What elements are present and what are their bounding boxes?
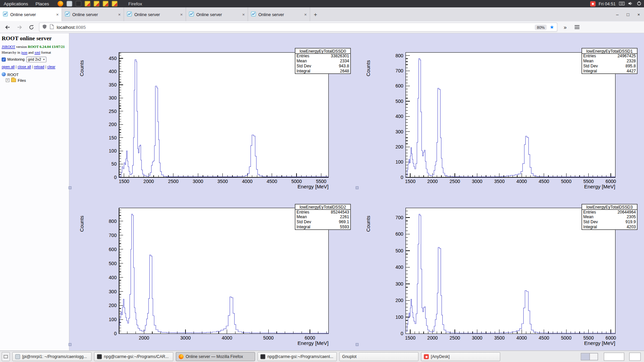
- power-icon[interactable]: [637, 1, 642, 6]
- stats-box-lowEnergyEyTotalDSSD0[interactable]: lowEnergyEyTotalDSSD0Entries33826301Mean…: [295, 48, 351, 74]
- stats-row-integral: Integral4427: [582, 68, 637, 73]
- app-launcher-icon[interactable]: [85, 1, 91, 6]
- tab-close-icon[interactable]: ×: [56, 12, 59, 17]
- action-link-close-all[interactable]: close all: [18, 65, 31, 69]
- chevron-down-icon: ▾: [43, 58, 45, 61]
- taskbar-window-button-1[interactable]: [pi@nnrpi1: ~/Programs/caenlogg...: [12, 352, 92, 361]
- new-tab-button[interactable]: +: [310, 7, 321, 21]
- stats-row-integral: Integral2648: [295, 68, 350, 73]
- stats-row-mean: Mean2334: [295, 59, 350, 64]
- url-bar[interactable]: localhost:8085 80% ★: [39, 22, 557, 32]
- grid-mode-select[interactable]: grid 2x2▾: [26, 57, 46, 62]
- show-desktop-button[interactable]: [2, 352, 10, 361]
- tree-item-files[interactable]: + Files: [2, 77, 67, 83]
- taskbar-window-button-5[interactable]: Gnuplot: [339, 352, 418, 361]
- taskbar-window-button-3[interactable]: Online server — Mozilla Firefox: [176, 352, 255, 361]
- action-link-open-all[interactable]: open all: [2, 65, 15, 69]
- keyboard-icon[interactable]: [619, 1, 625, 6]
- resize-grip[interactable]: [356, 186, 359, 189]
- zoom-level-button[interactable]: 80%: [535, 24, 547, 30]
- forward-button[interactable]: [15, 23, 23, 31]
- app-launcher-icon[interactable]: [112, 1, 118, 6]
- stats-box-lowEnergyEyTotalDSSD1[interactable]: lowEnergyEyTotalDSSD1Entries24967425Mean…: [582, 48, 638, 74]
- tracking-protection-icon[interactable]: [42, 23, 47, 31]
- json-link[interactable]: json: [21, 51, 27, 55]
- histogram-pad-lowEnergyEyTotalDSSD0[interactable]: 1500200025003000350040004500500055000501…: [69, 33, 357, 190]
- stats-row-mean: Mean2328: [582, 59, 637, 64]
- histogram-pad-lowEnergyEyTotalDSSD1[interactable]: 1500200025003000350040004500500055006000…: [357, 33, 644, 190]
- action-link-reload[interactable]: reload: [34, 65, 44, 69]
- svg-text:2000: 2000: [427, 179, 438, 184]
- file-manager-icon[interactable]: [67, 1, 72, 6]
- panel-widget[interactable]: [629, 352, 641, 360]
- tab-close-icon[interactable]: ×: [118, 12, 121, 17]
- svg-text:Energy [MeV]: Energy [MeV]: [584, 340, 615, 346]
- anydesk-icon: [424, 354, 429, 359]
- histogram-pad-lowEnergyEyTotalDSSD2[interactable]: 2000300040005000600001002003004005006007…: [69, 190, 357, 347]
- volume-icon[interactable]: [628, 1, 633, 6]
- back-button[interactable]: [3, 23, 11, 31]
- taskbar-window-button-6[interactable]: [AnyDesk]: [421, 352, 500, 361]
- stats-title: lowEnergyEyTotalDSSD3: [582, 204, 637, 210]
- window-minimize-button[interactable]: –: [612, 12, 623, 17]
- svg-text:Energy [MeV]: Energy [MeV]: [298, 340, 329, 346]
- resize-grip[interactable]: [356, 343, 359, 346]
- app-launcher-icon[interactable]: [94, 1, 100, 6]
- panel-widget[interactable]: [604, 352, 624, 360]
- firefox-launcher-icon[interactable]: [58, 1, 63, 6]
- svg-text:Counts: Counts: [79, 60, 85, 76]
- tab-online-server-5[interactable]: Online server×: [248, 7, 310, 21]
- tab-online-server-2[interactable]: Online server×: [62, 7, 124, 21]
- clock[interactable]: Fri 04:51: [599, 1, 616, 6]
- xml-link[interactable]: xml: [35, 51, 40, 55]
- overflow-menu-button[interactable]: »: [561, 23, 569, 31]
- monitoring-checkbox[interactable]: ✓: [2, 57, 6, 61]
- svg-text:200: 200: [395, 298, 404, 303]
- expand-icon[interactable]: +: [6, 78, 9, 82]
- anydesk-tray-icon[interactable]: [590, 1, 595, 6]
- bookmark-star-icon[interactable]: ★: [550, 24, 554, 29]
- svg-text:2500: 2500: [449, 179, 460, 184]
- firefox-nav-bar: localhost:8085 80% ★ »: [0, 21, 644, 34]
- window-close-button[interactable]: ×: [633, 12, 644, 17]
- app-launcher-icon[interactable]: [103, 1, 109, 6]
- taskbar-window-button-2[interactable]: npg@carme-gsi:~/Programs/CAR...: [94, 352, 173, 361]
- applications-menu[interactable]: Applications: [0, 0, 32, 7]
- tab-close-icon[interactable]: ×: [180, 12, 183, 17]
- terminal-launcher-icon[interactable]: [76, 1, 82, 6]
- jsroot-link[interactable]: JSROOT: [2, 45, 15, 49]
- places-menu[interactable]: Places: [32, 0, 53, 7]
- svg-text:3500: 3500: [494, 335, 504, 341]
- stats-row-mean: Mean2261: [295, 215, 350, 220]
- tab-close-icon[interactable]: ×: [304, 12, 307, 17]
- reload-button[interactable]: [27, 23, 35, 31]
- histogram-pad-lowEnergyEyTotalDSSD3[interactable]: 1500200025003000350040004500500055006000…: [357, 190, 644, 347]
- page-info-icon[interactable]: [50, 23, 54, 31]
- stats-row-std-dev: Std Dev919.9: [582, 220, 637, 225]
- tab-online-server-3[interactable]: Online server×: [124, 7, 186, 21]
- jsroot-canvas-grid: 1500200025003000350040004500500055000501…: [69, 33, 644, 351]
- svg-text:300: 300: [109, 95, 117, 101]
- terminal-icon: [97, 354, 102, 359]
- svg-text:2500: 2500: [449, 335, 460, 341]
- stats-box-lowEnergyEyTotalDSSD3[interactable]: lowEnergyEyTotalDSSD3Entries20644964Mean…: [582, 204, 638, 230]
- tree-item-root[interactable]: ROOT: [2, 71, 67, 77]
- taskbar-window-button-4[interactable]: npg@carme-gsi:~/Programs/caenl...: [258, 352, 337, 361]
- tab-close-icon[interactable]: ×: [242, 12, 245, 17]
- firefox-icon: [179, 354, 184, 359]
- svg-text:3000: 3000: [472, 335, 482, 341]
- stats-row-entries: Entries20644964: [582, 210, 637, 215]
- tab-online-server-4[interactable]: Online server×: [186, 7, 248, 21]
- svg-text:100: 100: [109, 317, 117, 322]
- workspace-switcher[interactable]: [581, 353, 598, 360]
- stats-box-lowEnergyEyTotalDSSD2[interactable]: lowEnergyEyTotalDSSD2Entries85244543Mean…: [295, 204, 351, 230]
- resize-grip[interactable]: [68, 343, 71, 346]
- resize-grip[interactable]: [68, 186, 71, 189]
- action-link-clear[interactable]: clear: [47, 65, 55, 69]
- window-maximize-button[interactable]: □: [623, 12, 633, 17]
- app-menu-button[interactable]: [573, 23, 581, 31]
- svg-text:1500: 1500: [405, 179, 415, 184]
- stats-row-std-dev: Std Dev943.8: [295, 64, 350, 69]
- tab-online-server-1[interactable]: Online server×: [0, 7, 62, 21]
- svg-text:5000: 5000: [263, 335, 274, 341]
